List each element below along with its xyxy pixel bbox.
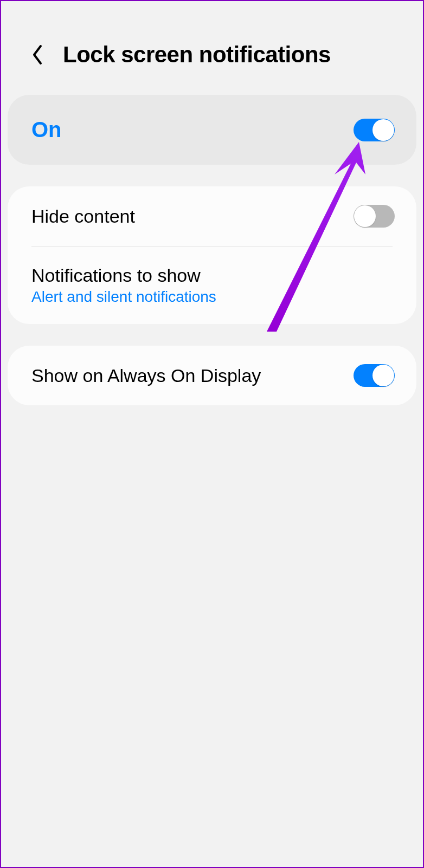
- hide-content-toggle[interactable]: [354, 205, 395, 228]
- master-toggle[interactable]: [354, 119, 395, 141]
- aod-toggle[interactable]: [354, 364, 395, 387]
- notifications-to-show-label: Notifications to show: [31, 265, 216, 286]
- settings-group-2: Show on Always On Display: [8, 346, 416, 405]
- settings-group-1: Hide content Notifications to show Alert…: [8, 186, 416, 324]
- aod-label: Show on Always On Display: [31, 365, 261, 386]
- toggle-knob: [372, 119, 394, 141]
- master-toggle-label: On: [31, 118, 62, 142]
- header: Lock screen notifications: [1, 1, 423, 95]
- master-toggle-row[interactable]: On: [8, 95, 416, 165]
- toggle-knob: [354, 205, 376, 227]
- page-title: Lock screen notifications: [63, 42, 331, 68]
- aod-row[interactable]: Show on Always On Display: [8, 346, 416, 405]
- chevron-left-icon: [31, 44, 44, 66]
- hide-content-label: Hide content: [31, 206, 135, 227]
- hide-content-row[interactable]: Hide content: [8, 186, 416, 246]
- notifications-to-show-row[interactable]: Notifications to show Alert and silent n…: [8, 247, 416, 324]
- notifications-to-show-value: Alert and silent notifications: [31, 288, 216, 306]
- back-button[interactable]: [28, 46, 47, 64]
- toggle-knob: [372, 365, 394, 386]
